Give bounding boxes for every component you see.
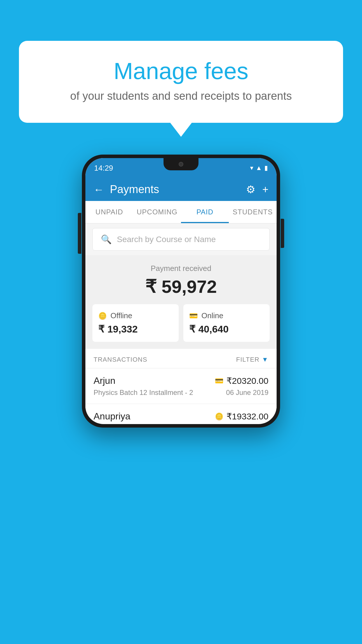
transactions-header: TRANSACTIONS FILTER ▼ <box>85 349 277 368</box>
payment-cards: 🪙 Offline ₹ 19,332 💳 Online ₹ 40,640 <box>92 304 270 342</box>
search-bar-container: 🔍 Search by Course or Name <box>85 223 277 255</box>
offline-card-header: 🪙 Offline <box>98 311 173 320</box>
header-right: ⚙ + <box>246 183 268 196</box>
transaction-top: Anupriya 🪙 ₹19332.00 <box>94 411 268 422</box>
student-name: Anupriya <box>94 411 130 422</box>
speech-bubble: Manage fees of your students and send re… <box>19 41 343 123</box>
payment-total-amount: ₹ 59,972 <box>92 276 270 297</box>
search-input[interactable]: 🔍 Search by Course or Name <box>92 228 270 251</box>
bubble-subtitle: of your students and send receipts to pa… <box>42 90 320 102</box>
status-time: 14:29 <box>94 164 113 173</box>
amount-value: ₹20320.00 <box>226 376 268 386</box>
offline-label: Offline <box>110 311 132 320</box>
course-info: Physics Batch 12 Installment - 2 <box>94 388 193 397</box>
add-icon[interactable]: + <box>262 183 268 196</box>
status-icons: ▾ ▲ ▮ <box>250 164 268 172</box>
transaction-top: Arjun 💳 ₹20320.00 <box>94 375 268 386</box>
online-label: Online <box>201 311 223 320</box>
offline-icon: 🪙 <box>98 312 107 320</box>
back-button[interactable]: ← <box>94 183 104 196</box>
online-card-header: 💳 Online <box>189 311 264 320</box>
amount-value: ₹19332.00 <box>226 411 268 421</box>
filter-button[interactable]: FILTER ▼ <box>236 356 268 363</box>
filter-label: FILTER <box>236 356 259 363</box>
camera-dot <box>179 162 183 167</box>
notch <box>164 158 198 170</box>
header-left: ← Payments <box>94 183 159 196</box>
bubble-title: Manage fees <box>42 58 320 84</box>
transaction-date: 06 June 2019 <box>226 388 268 397</box>
header-title: Payments <box>110 183 159 196</box>
phone: 14:29 ▾ ▲ ▮ ← Payments ⚙ + <box>82 155 280 428</box>
phone-screen: 14:29 ▾ ▲ ▮ ← Payments ⚙ + <box>85 158 277 424</box>
student-name: Arjun <box>94 375 115 386</box>
online-card: 💳 Online ₹ 40,640 <box>183 304 270 342</box>
transaction-amount: 💳 ₹20320.00 <box>215 376 268 386</box>
payment-received-label: Payment received <box>92 264 270 273</box>
online-payment-icon: 💳 <box>215 377 224 385</box>
search-icon: 🔍 <box>101 234 112 244</box>
online-icon: 💳 <box>189 312 198 320</box>
tab-upcoming[interactable]: UPCOMING <box>133 201 181 223</box>
wifi-icon: ▾ <box>250 164 253 172</box>
offline-amount: ₹ 19,332 <box>98 323 173 335</box>
tab-students[interactable]: STUDENTS <box>229 201 277 223</box>
app-header: ← Payments ⚙ + <box>85 178 277 201</box>
tabs: UNPAID UPCOMING PAID STUDENTS <box>85 201 277 223</box>
status-bar: 14:29 ▾ ▲ ▮ <box>85 158 277 178</box>
transaction-bottom: Physics Batch 12 Installment - 2 06 June… <box>94 388 268 397</box>
battery-icon: ▮ <box>264 164 268 172</box>
tab-unpaid[interactable]: UNPAID <box>85 201 133 223</box>
table-row[interactable]: Anupriya 🪙 ₹19332.00 <box>85 404 277 422</box>
settings-icon[interactable]: ⚙ <box>246 183 255 196</box>
transaction-amount: 🪙 ₹19332.00 <box>215 411 268 421</box>
speech-bubble-container: Manage fees of your students and send re… <box>19 41 343 123</box>
phone-wrapper: 14:29 ▾ ▲ ▮ ← Payments ⚙ + <box>82 155 280 428</box>
search-placeholder: Search by Course or Name <box>117 235 216 244</box>
offline-card: 🪙 Offline ₹ 19,332 <box>92 304 179 342</box>
table-row[interactable]: Arjun 💳 ₹20320.00 Physics Batch 12 Insta… <box>85 368 277 404</box>
payment-received-section: Payment received ₹ 59,972 🪙 Offline ₹ 19… <box>85 255 277 349</box>
transactions-label: TRANSACTIONS <box>94 356 147 363</box>
signal-icon: ▲ <box>256 164 262 172</box>
offline-payment-icon: 🪙 <box>215 412 224 421</box>
tab-paid[interactable]: PAID <box>181 201 229 223</box>
online-amount: ₹ 40,640 <box>189 323 264 335</box>
filter-icon: ▼ <box>262 356 268 363</box>
